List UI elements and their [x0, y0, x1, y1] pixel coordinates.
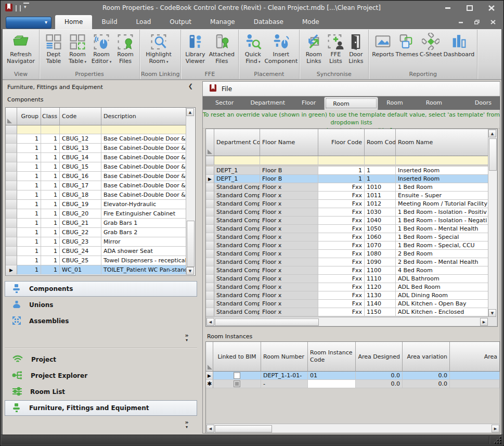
ribbon-button-library-viewer[interactable]: LibraryViewer [183, 31, 207, 65]
row-marker[interactable] [206, 258, 214, 266]
scroll-left-icon[interactable]: ◀ [206, 425, 214, 432]
cell[interactable]: Standard Componen [214, 183, 260, 192]
cell[interactable]: Floor B [260, 167, 318, 175]
cell[interactable]: 1 [17, 144, 41, 153]
cell[interactable]: 1 [41, 237, 60, 247]
cell[interactable]: Floor x [260, 216, 318, 225]
cell[interactable]: 1 [17, 134, 41, 144]
ribbon-tab-manage[interactable]: Manage [201, 15, 244, 29]
row-marker[interactable] [6, 209, 17, 219]
ribbon-button-refresh-navigator[interactable]: RefreshNavigator [5, 31, 37, 65]
cell[interactable]: 1 [17, 190, 41, 200]
row-marker[interactable] [206, 308, 214, 316]
cell[interactable]: CBUG_12 [60, 134, 101, 144]
cell[interactable]: ADA shower Seat [101, 247, 186, 256]
cell[interactable]: 1150 [365, 308, 396, 316]
cell[interactable]: 1 [17, 162, 41, 172]
row-marker[interactable] [6, 153, 17, 162]
row-marker[interactable] [206, 216, 214, 225]
cell[interactable]: Floor x [260, 200, 318, 208]
filter-cell[interactable] [17, 125, 41, 134]
row-marker[interactable] [6, 181, 17, 190]
row-marker[interactable] [206, 300, 214, 308]
cell[interactable]: CBUG_22 [60, 228, 101, 237]
column-header-room-number[interactable]: Room Number [261, 342, 308, 372]
ribbon-button-highlight-room[interactable]: HighlightRoom ▾ [142, 31, 175, 65]
cell[interactable]: 0.0 [403, 380, 450, 388]
ribbon-button-room-files[interactable]: RoomFiles [113, 31, 137, 65]
cell[interactable]: Floor x [260, 291, 318, 300]
cell[interactable]: 1010 [365, 183, 396, 192]
cell[interactable]: CBUG_16 [60, 172, 101, 181]
cell[interactable]: 1030 [365, 208, 396, 216]
row-marker[interactable] [206, 266, 214, 275]
cell[interactable] [450, 372, 500, 380]
row-marker[interactable] [206, 192, 214, 200]
cell[interactable]: - [261, 380, 308, 388]
cell[interactable]: 1 [365, 167, 396, 175]
row-marker[interactable] [206, 225, 214, 233]
cell[interactable]: 1 Bed Room - Special, CCU [396, 241, 488, 250]
cell[interactable]: 01 [308, 372, 356, 380]
cell[interactable]: Base Cabinet-Double Door & 2 [101, 134, 186, 144]
cell[interactable]: 1011 [365, 192, 396, 200]
file-menu[interactable]: File [222, 85, 232, 93]
cell[interactable]: Floor x [260, 275, 318, 283]
cell[interactable]: 1040 [365, 216, 396, 225]
scrollbar-thumb[interactable] [215, 318, 319, 326]
cell[interactable]: 1 [41, 181, 60, 190]
cell[interactable]: 1 [41, 134, 60, 144]
cell[interactable]: Fxx [318, 291, 365, 300]
ribbon-button-attached-files[interactable]: AttachedFiles [207, 31, 236, 65]
cell[interactable]: Floor x [260, 225, 318, 233]
scroll-down-icon[interactable]: ▼ [186, 267, 194, 275]
cell[interactable]: Standard Componen [214, 233, 260, 241]
cell[interactable]: Towel Dispensers - receptical [101, 256, 186, 265]
cell[interactable]: Floor x [260, 283, 318, 291]
cell[interactable]: Fxx [318, 208, 365, 216]
cell[interactable]: Grab Bars 2 [101, 228, 186, 237]
horizontal-scrollbar[interactable]: ◀▶ [206, 424, 499, 432]
cell[interactable]: Base Cabinet-Double Door & 2 [101, 144, 186, 153]
cell[interactable]: Fxx [318, 258, 365, 266]
row-marker[interactable] [6, 144, 17, 153]
row-marker[interactable] [206, 250, 214, 258]
cell[interactable]: Floor x [260, 308, 318, 316]
minimize-button[interactable] [441, 3, 455, 12]
application-menu-button[interactable]: ▾ [6, 17, 51, 29]
cell[interactable]: TOILET_Patient WC Pan-standa [101, 265, 186, 275]
scrollbar-thumb[interactable] [187, 221, 195, 267]
column-header-room-name[interactable]: Room Name [396, 129, 488, 156]
scroll-left-icon[interactable]: ◀ [206, 318, 214, 326]
cell[interactable]: CBUG_18 [60, 190, 101, 200]
cell[interactable]: Floor x [260, 241, 318, 250]
cell[interactable]: Standard Componen [214, 275, 260, 283]
sidebar-item-project[interactable]: Project [5, 352, 197, 367]
child-minimize-button[interactable] [456, 18, 466, 26]
cell[interactable]: Fxx [318, 275, 365, 283]
cell[interactable]: 1 [17, 265, 41, 275]
cell[interactable]: 1140 [365, 300, 396, 308]
column-header-area[interactable]: Area [450, 342, 500, 372]
vertical-scrollbar[interactable]: ▲▼ [186, 108, 195, 275]
row-marker[interactable] [6, 247, 17, 256]
cell[interactable]: Fxx [318, 225, 365, 233]
sidebar-item-furniture-fittings-and-equipment[interactable]: Furniture, Fittings and Equipment [5, 400, 197, 416]
cell[interactable]: 1 [41, 153, 60, 162]
filter-cell[interactable] [260, 156, 318, 165]
scroll-right-icon[interactable]: ▶ [480, 318, 488, 326]
cell[interactable]: 2 Bed Room - Mental Health [396, 258, 488, 266]
ribbon-button-c-sheet[interactable]: C-Sheet [419, 31, 443, 58]
filter-cell[interactable] [396, 156, 488, 165]
cell[interactable]: 1 [17, 209, 41, 219]
row-marker[interactable] [206, 183, 214, 192]
ribbon-button-insert-component[interactable]: InsertComponent [265, 31, 297, 65]
cell[interactable]: CBUG_25 [60, 256, 101, 265]
cell[interactable]: 1130 [365, 291, 396, 300]
column-header-linked-to-bim[interactable]: Linked to BIM [213, 342, 261, 372]
linked-to-bim-checkbox[interactable] [234, 380, 240, 387]
cell[interactable]: Base Cabinet-Double Door & 2 [101, 181, 186, 190]
cell[interactable]: ADL Kitchen - Open Bay [396, 300, 488, 308]
cell[interactable]: 1 Bed Room - Special [396, 233, 488, 241]
cell[interactable]: Floor x [260, 250, 318, 258]
